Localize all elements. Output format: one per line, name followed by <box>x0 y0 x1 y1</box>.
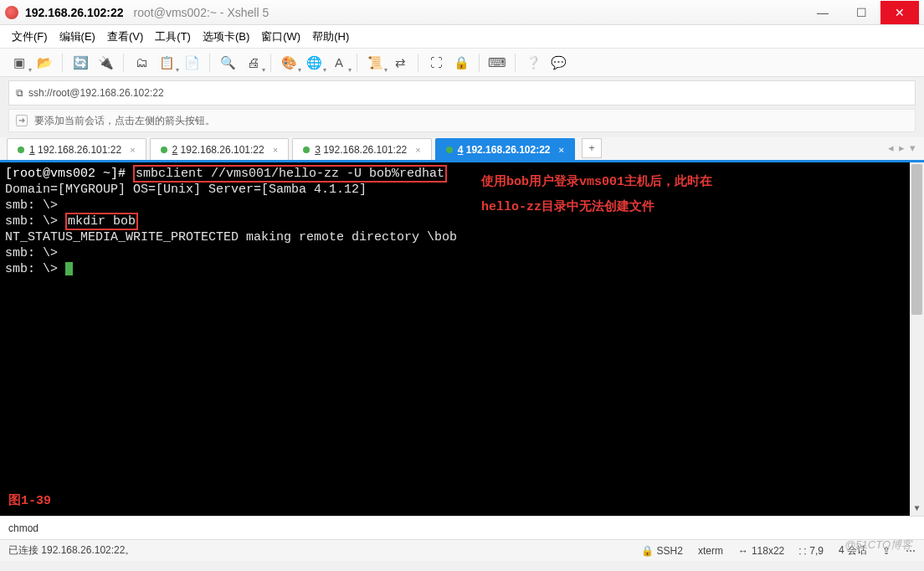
tab-bar: 1 192.168.26.101:22 × 2 192.168.26.101:2… <box>0 137 924 162</box>
maximize-button[interactable]: ☐ <box>842 1 880 24</box>
cursor-pos: 7,9 <box>809 545 824 557</box>
menu-file[interactable]: 文件(F) <box>12 29 48 44</box>
window-subtitle: root@vms002:~ - Xshell 5 <box>134 6 270 19</box>
window-title: 192.168.26.102:22 <box>25 6 124 19</box>
smb-prompt: smb: \> <box>5 198 919 213</box>
toolbar: ▣ 📂 🔄 🔌 🗂 📋 📄 🔍 🖨 🎨 🌐 A 📜 ⇄ ⛶ 🔒 ⌨ ❔ 💬 <box>0 49 924 77</box>
tab-nav: ◂ ▸ ▾ <box>888 141 916 154</box>
titlebar: 192.168.26.102:22 root@vms002:~ - Xshell… <box>0 0 924 25</box>
menubar: 文件(F) 编辑(E) 查看(V) 工具(T) 选项卡(B) 窗口(W) 帮助(… <box>0 25 924 49</box>
annotation-line1: 使用bob用户登录vms001主机后，此时在 <box>481 174 712 190</box>
encoding-icon[interactable]: 🌐 <box>303 52 325 74</box>
smb-prompt: smb: \> <box>5 214 58 229</box>
address-url: ssh://root@192.168.26.102:22 <box>28 87 164 99</box>
terminal-scrollbar[interactable]: ▲ ▼ <box>910 162 924 516</box>
smb-prompt: smb: \> <box>5 262 58 276</box>
app-icon <box>5 6 18 19</box>
size-icon: ↔ <box>738 545 748 557</box>
watermark: @51CTO博客 <box>844 538 912 553</box>
menu-window[interactable]: 窗口(W) <box>261 29 300 44</box>
terminal-output: Domain=[MYGROUP] OS=[Unix] Server=[Samba… <box>5 182 919 198</box>
separator <box>357 54 357 72</box>
menu-help[interactable]: 帮助(H) <box>312 29 349 44</box>
annotation-line2: hello-zz目录中无法创建文件 <box>481 199 654 215</box>
session-tab-3[interactable]: 3 192.168.26.101:22 × <box>292 138 432 160</box>
terminal[interactable]: [root@vms002 ~]# smbclient //vms001/hell… <box>0 162 924 516</box>
highlighted-command: smbclient //vms001/hello-zz -U bob%redha… <box>133 165 447 183</box>
paste-icon[interactable]: 📄 <box>181 52 203 74</box>
separator <box>479 54 480 72</box>
separator <box>209 54 210 72</box>
scheme-icon: ⧉ <box>16 87 23 99</box>
keyboard-icon[interactable]: ⌨ <box>486 52 508 74</box>
separator <box>515 54 516 72</box>
status-dot-icon <box>303 147 310 153</box>
protocol-label: SSH2 <box>657 545 683 557</box>
info-bar: ➜ 要添加当前会话，点击左侧的箭头按钮。 <box>8 109 916 132</box>
new-session-icon[interactable]: ▣ <box>8 52 30 74</box>
session-tab-2[interactable]: 2 192.168.26.101:22 × <box>150 138 290 160</box>
status-dot-icon <box>161 147 167 153</box>
color-icon[interactable]: 🎨 <box>278 52 300 74</box>
chat-icon[interactable]: 💬 <box>547 52 569 74</box>
lock-icon[interactable]: 🔒 <box>450 52 472 74</box>
separator <box>418 54 418 72</box>
separator <box>123 54 124 72</box>
fullscreen-icon[interactable]: ⛶ <box>425 52 447 74</box>
close-button[interactable]: ✕ <box>880 1 919 24</box>
status-dot-icon <box>18 147 24 153</box>
highlighted-command: mkdir bob <box>65 213 138 230</box>
close-tab-icon[interactable]: × <box>559 145 564 155</box>
menu-tools[interactable]: 工具(T) <box>155 29 191 44</box>
scroll-down-icon[interactable]: ▼ <box>910 502 924 516</box>
menu-tab[interactable]: 选项卡(B) <box>203 29 249 44</box>
cursor-icon <box>65 262 73 275</box>
help-icon[interactable]: ❔ <box>522 52 544 74</box>
status-dot-icon <box>446 147 453 153</box>
figure-label: 图1-39 <box>8 493 51 509</box>
menu-view[interactable]: 查看(V) <box>107 29 143 44</box>
print-icon[interactable]: 🖨 <box>242 52 264 74</box>
scroll-thumb[interactable] <box>911 164 922 315</box>
tab-prev-icon[interactable]: ◂ <box>888 141 894 154</box>
connection-status: 已连接 192.168.26.102:22。 <box>8 543 135 558</box>
session-tab-4[interactable]: 4 192.168.26.102:22 × <box>435 138 575 160</box>
close-tab-icon[interactable]: × <box>130 145 135 155</box>
add-session-arrow-icon[interactable]: ➜ <box>16 115 28 126</box>
properties-icon[interactable]: 🗂 <box>131 52 152 74</box>
compose-bar[interactable]: chmod <box>0 516 924 539</box>
minimize-button[interactable]: — <box>803 1 842 24</box>
session-tab-1[interactable]: 1 192.168.26.101:22 × <box>7 138 146 160</box>
close-tab-icon[interactable]: × <box>273 145 278 155</box>
font-icon[interactable]: A <box>328 52 350 74</box>
ssh-lock-icon: 🔒 <box>641 545 654 557</box>
close-tab-icon[interactable]: × <box>415 145 420 155</box>
reconnect-icon[interactable]: 🔄 <box>69 52 91 74</box>
terminal-error: NT_STATUS_MEDIA_WRITE_PROTECTED making r… <box>5 229 919 245</box>
info-hint: 要添加当前会话，点击左侧的箭头按钮。 <box>34 114 215 128</box>
search-icon[interactable]: 🔍 <box>217 52 239 74</box>
open-icon[interactable]: 📂 <box>33 52 55 74</box>
copy-icon[interactable]: 📋 <box>156 52 177 74</box>
shell-prompt: [root@vms002 ~]# <box>5 167 126 181</box>
tab-next-icon[interactable]: ▸ <box>899 141 905 154</box>
term-size: 118x22 <box>752 545 784 557</box>
disconnect-icon[interactable]: 🔌 <box>95 52 116 74</box>
smb-prompt: smb: \> <box>5 245 919 261</box>
add-tab-button[interactable]: + <box>582 138 602 158</box>
separator <box>270 54 271 72</box>
compose-input[interactable]: chmod <box>8 522 38 534</box>
address-bar[interactable]: ⧉ ssh://root@192.168.26.102:22 <box>8 80 916 105</box>
menu-edit[interactable]: 编辑(E) <box>59 29 95 44</box>
separator <box>62 54 63 72</box>
script-icon[interactable]: 📜 <box>364 52 386 74</box>
status-bar: 已连接 192.168.26.102:22。 🔒SSH2 xterm ↔118x… <box>0 539 924 561</box>
transfer-icon[interactable]: ⇄ <box>389 52 411 74</box>
pos-icon: ⸬ <box>799 545 806 557</box>
term-type: xterm <box>698 545 723 557</box>
tab-list-icon[interactable]: ▾ <box>910 141 916 154</box>
